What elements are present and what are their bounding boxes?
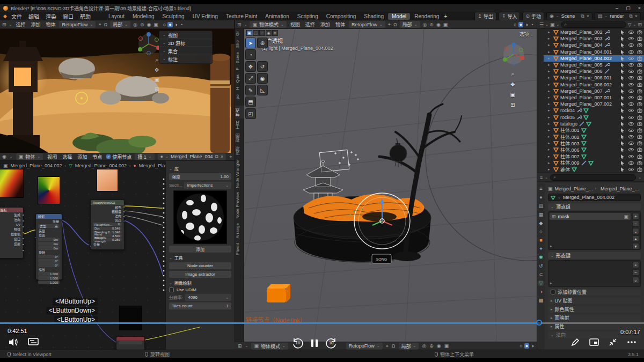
properties-tab-icon[interactable]: ⊂ (539, 272, 543, 277)
menu-item[interactable]: 物体 (45, 21, 56, 28)
snap-magnet-icon[interactable]: Ω (392, 343, 396, 349)
solid-shading-icon[interactable]: ● (167, 22, 172, 27)
visibility-eye-icon[interactable] (628, 69, 634, 74)
socket-linked[interactable] (123, 220, 125, 223)
socket-linked[interactable] (61, 221, 63, 223)
properties-tab-icon[interactable]: ○ (539, 229, 542, 234)
options-dropdown[interactable]: 选项 ⌄ (519, 31, 533, 38)
image-selector[interactable]: RoughNes...⧉ (93, 223, 122, 226)
proportional-edit-icon[interactable]: ◎ (422, 343, 426, 349)
properties-tab-icon[interactable]: ▦ (539, 212, 544, 217)
panel-row[interactable]: ⌄3D 游标 (159, 39, 212, 47)
render-camera-icon[interactable] (637, 154, 642, 159)
object-name[interactable]: Merged_Plane_006.001 (560, 75, 612, 80)
display-mode-icon[interactable]: ▣ (550, 22, 555, 27)
visibility-eye-icon[interactable] (628, 108, 634, 113)
wireframe-shading-icon[interactable]: ○ (518, 343, 523, 349)
editor-type-icon[interactable]: ⊞ (2, 22, 6, 27)
camera-view-icon[interactable]: ▣ (510, 92, 515, 98)
object-name[interactable]: 柱体.002 (560, 134, 580, 141)
visibility-eye-icon[interactable] (628, 154, 634, 159)
selectable-icon[interactable] (620, 167, 625, 172)
visibility-eye-icon[interactable] (628, 147, 634, 152)
visibility-eye-icon[interactable] (628, 141, 634, 146)
sidebar-tab[interactable]: po (235, 92, 245, 101)
socket[interactable] (22, 220, 24, 222)
volume-icon[interactable] (9, 338, 18, 346)
sidebar-tab[interactable]: Fluent (235, 241, 245, 257)
object-name-field[interactable]: ⌄Merged_Plane_004.002 (548, 194, 641, 201)
render-camera-icon[interactable] (637, 108, 642, 113)
tweak-select-icon[interactable]: ▣ (246, 30, 252, 36)
main-3d-viewport[interactable]: SONG ▣ ⬚ ◌ ◉ ⊕ 用户透视 (1) light | (244, 29, 537, 342)
expand-arrow-icon[interactable]: ▸ (548, 30, 552, 34)
outliner-row[interactable]: ▸ Merged_Plane_006.002 (544, 82, 644, 88)
render-camera-icon[interactable] (637, 82, 642, 87)
cursor-tool-icon[interactable]: ⊕ (257, 38, 268, 48)
remove-vertex-group-button[interactable]: − (632, 220, 639, 227)
expand-arrow-icon[interactable]: ▸ (548, 76, 552, 80)
shape-keys-panel-header[interactable]: ⌄形态键 (548, 252, 641, 259)
selectable-icon[interactable] (620, 160, 625, 166)
object-name[interactable]: Merged_Plane_003 (560, 36, 603, 41)
unlink-scene-icon[interactable]: × (587, 13, 589, 19)
sidebar-tab[interactable]: Qua (235, 72, 245, 85)
expand-arrow-icon[interactable]: ▸ (548, 83, 552, 87)
menu-item[interactable]: 选择 (14, 21, 26, 28)
properties-tab-icon[interactable]: ◆ (539, 220, 543, 226)
add-shape-key-button[interactable]: + (632, 262, 639, 268)
slider-field[interactable]: Dot0.546 (93, 227, 122, 230)
blender-logo-icon[interactable] (3, 6, 8, 11)
overlays-icon[interactable]: ◉ (437, 343, 441, 349)
outliner-row[interactable]: ▸ 柱体.009 (544, 160, 644, 166)
material-shading-icon[interactable]: ◑ (530, 343, 535, 349)
expand-arrow-icon[interactable]: ▸ (548, 108, 552, 113)
expand-arrow-icon[interactable]: ▸ (548, 115, 552, 120)
socket[interactable] (123, 211, 125, 213)
overlays-icon[interactable]: ◉ (436, 22, 441, 27)
danmaku-icon[interactable] (28, 338, 39, 346)
visibility-eye-icon[interactable] (628, 88, 634, 94)
roughness-group-node[interactable]: RoughNess002 颜色粗糙度法向凹凸 RoughNes...⧉ Dot0… (90, 200, 125, 250)
workspace-tab[interactable]: Model (388, 13, 410, 20)
outliner-row[interactable]: ▸ Merged_Plane_006 (544, 68, 644, 75)
add-cube-tool-icon[interactable]: ⬒ (245, 97, 256, 107)
material-shading-icon[interactable]: ◑ (524, 22, 529, 27)
render-camera-icon[interactable] (637, 62, 642, 68)
render-camera-icon[interactable] (637, 29, 642, 35)
sidebar-tab[interactable]: Node Wrangler (235, 157, 245, 190)
render-camera-icon[interactable] (637, 56, 642, 61)
value-field[interactable]: 0m (38, 242, 60, 246)
expand-arrow-icon[interactable]: ▸ (548, 161, 552, 165)
menu-item[interactable]: 窗口 (60, 13, 77, 20)
workspace-tab[interactable]: Sculpting (159, 13, 188, 20)
render-camera-icon[interactable] (637, 75, 642, 80)
render-camera-icon[interactable] (637, 121, 642, 127)
workspace-tab[interactable]: Modeling (129, 13, 158, 20)
proportional-edit-icon[interactable]: ◎ (423, 22, 427, 27)
sidebar-tab[interactable]: 选项 (235, 144, 245, 157)
skip-back-button[interactable]: 10 (292, 337, 304, 349)
sidebar-tab[interactable]: Sho (235, 38, 245, 50)
visibility-eye-icon[interactable] (628, 128, 634, 133)
transform-pivot-icon[interactable]: ⌖ (386, 343, 389, 349)
lasso-select-icon[interactable]: ◉ (266, 30, 272, 36)
outliner-row[interactable]: ▸ 柱体.006 (544, 146, 644, 153)
outliner-row[interactable]: ▸ Merged_Plane_004.002 (544, 55, 644, 62)
outliner-row[interactable]: ▸ rock05 (544, 114, 644, 120)
panel-row[interactable]: ⌄视图 (159, 31, 212, 39)
properties-search-input[interactable]: ⌕ (550, 174, 636, 181)
vertex-group-item[interactable]: ⊞mask ▣ (550, 213, 631, 220)
object-name[interactable]: Merged_Plane_006 (560, 69, 603, 74)
properties-tab-icon[interactable]: ◑ (539, 289, 542, 294)
annotate-tool-icon[interactable]: ✎ (245, 85, 256, 95)
export-button[interactable]: ↥导出 (474, 12, 496, 21)
object-name[interactable]: Merged_Plane_005 (560, 62, 603, 68)
object-name[interactable]: Merged_Plane_004.001 (560, 49, 612, 55)
menu-item[interactable]: 添加 (319, 21, 331, 28)
sidebar-tab[interactable]: 节点 (235, 106, 245, 119)
socket[interactable] (22, 249, 24, 252)
properties-tab-icon[interactable]: ● (539, 195, 542, 200)
new-collection-icon[interactable]: ⊞ (638, 22, 642, 27)
selectable-icon[interactable] (620, 115, 625, 120)
